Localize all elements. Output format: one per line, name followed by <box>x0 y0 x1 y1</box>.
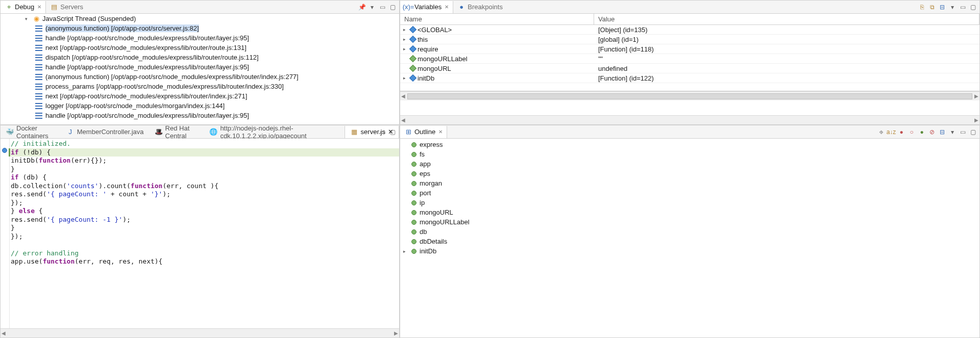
stack-frame[interactable]: handle [/opt/app-root/src/node_modules/e… <box>1 33 399 43</box>
scroll-right-icon[interactable]: ▶ <box>394 330 398 336</box>
thread-row[interactable]: ▾ ◉ JavaScript Thread (Suspended) <box>1 14 399 23</box>
outline-item[interactable]: port <box>400 188 979 198</box>
variable-row[interactable]: mongoURLundefined <box>400 64 979 73</box>
variables-detail-hscroll[interactable]: ◀ ▶ <box>400 115 979 124</box>
outline-item[interactable]: dbDetails <box>400 237 979 246</box>
tab-browser[interactable]: 🌐http://nodejs-nodejs.rhel-cdk.10.1.2.2.… <box>204 126 344 138</box>
chevron-right-icon[interactable]: ▸ <box>403 46 408 51</box>
code-line[interactable]: if (!db) { <box>11 148 399 157</box>
variable-row[interactable]: ▸require[Function] (id=118) <box>400 44 979 54</box>
tab-breakpoints[interactable]: ● Breakpoints <box>453 1 507 13</box>
editor-hscroll[interactable]: ◀ ▶ <box>1 328 399 337</box>
chevron-down-icon[interactable]: ▾ <box>25 16 30 21</box>
hide-nonpublic-icon[interactable]: ● <box>917 127 926 137</box>
code-line[interactable]: res.send('{ pageCount: -1 }'); <box>11 216 399 224</box>
sort-icon[interactable]: a↓z <box>887 127 896 137</box>
code-line[interactable]: // error handling <box>11 249 399 258</box>
stack-frame[interactable]: handle [/opt/app-root/src/node_modules/e… <box>1 111 399 120</box>
stack-frame[interactable]: next [/opt/app-root/src/node_modules/exp… <box>1 43 399 53</box>
variables-detail[interactable] <box>400 100 979 115</box>
maximize-icon[interactable]: ▢ <box>968 127 977 137</box>
variable-row[interactable]: ▸initDb[Function] (id=122) <box>400 73 979 83</box>
tab-debug[interactable]: ⌖ Debug ✕ <box>1 1 46 13</box>
hide-fields-icon[interactable]: ● <box>897 127 906 137</box>
minimize-icon[interactable]: ▭ <box>958 3 967 12</box>
close-icon[interactable]: ✕ <box>37 4 41 10</box>
scroll-left-icon[interactable]: ◀ <box>401 117 405 123</box>
scroll-right-icon[interactable]: ▶ <box>974 93 978 99</box>
variable-row[interactable]: ▸<GLOBAL>[Object] (id=135) <box>400 25 979 35</box>
outline-item[interactable]: fs <box>400 149 979 159</box>
chevron-right-icon[interactable]: ▸ <box>403 75 408 81</box>
variable-row[interactable]: mongoURLLabel"" <box>400 54 979 64</box>
hide-local-icon[interactable]: ⊘ <box>927 127 937 137</box>
close-icon[interactable]: ✕ <box>445 4 449 10</box>
stack-frame[interactable]: logger [/opt/app-root/src/node_modules/m… <box>1 101 399 111</box>
show-logical-icon[interactable]: ⧉ <box>927 3 937 12</box>
code-line[interactable]: }); <box>11 199 399 207</box>
chevron-right-icon[interactable]: ▸ <box>403 27 408 32</box>
code-line[interactable]: } else { <box>11 207 399 216</box>
outline-item[interactable]: db <box>400 227 979 237</box>
outline-item[interactable]: morgan <box>400 178 979 188</box>
outline-item[interactable]: ▸initDb <box>400 246 979 256</box>
tab-variables[interactable]: (x)= Variables ✕ <box>400 1 453 13</box>
outline-item[interactable]: mongoURL <box>400 207 979 217</box>
outline-tree[interactable]: expressfsappepsmorganportipmongoURLmongo… <box>400 139 979 337</box>
stack-frame[interactable]: handle [/opt/app-root/src/node_modules/e… <box>1 62 399 72</box>
col-value[interactable]: Value <box>594 14 979 24</box>
variables-hscroll[interactable]: ◀ ▶ <box>400 91 979 100</box>
chevron-right-icon[interactable]: ▸ <box>403 249 408 254</box>
variable-row[interactable]: ▸this[global] (id=1) <box>400 35 979 44</box>
view-menu-icon[interactable]: ▾ <box>368 3 377 12</box>
pin-icon[interactable]: 📌 <box>357 3 366 12</box>
tab-redhat[interactable]: 🎩Red Hat Central <box>150 126 205 138</box>
stack-frame[interactable]: dispatch [/opt/app-root/src/node_modules… <box>1 53 399 62</box>
debug-tree[interactable]: ▾ ◉ JavaScript Thread (Suspended) (anony… <box>1 14 399 124</box>
collapse-icon[interactable]: ⊟ <box>938 127 947 137</box>
tab-outline[interactable]: ⊞ Outline ✕ <box>400 126 447 138</box>
outline-item[interactable]: ip <box>400 198 979 207</box>
code-line[interactable]: }); <box>11 232 399 241</box>
outline-item[interactable]: express <box>400 140 979 149</box>
stack-frame[interactable]: process_params [/opt/app-root/src/node_m… <box>1 82 399 91</box>
minimize-icon[interactable]: ▭ <box>378 127 387 137</box>
variables-body[interactable]: ▸<GLOBAL>[Object] (id=135)▸this[global] … <box>400 25 979 91</box>
code-line[interactable]: } <box>11 224 399 232</box>
minimize-icon[interactable]: ▭ <box>958 127 967 137</box>
minimize-icon[interactable]: ▭ <box>378 3 387 12</box>
scroll-right-icon[interactable]: ▶ <box>974 117 978 123</box>
code-editor[interactable]: // initialized. if (!db) { initDb(functi… <box>1 139 399 328</box>
stack-frame[interactable]: next [/opt/app-root/src/node_modules/exp… <box>1 91 399 101</box>
collapse-icon[interactable]: ⊟ <box>938 3 947 12</box>
scroll-left-icon[interactable]: ◀ <box>401 93 405 99</box>
focus-icon[interactable]: ⎆ <box>876 127 886 137</box>
outline-item[interactable]: app <box>400 159 979 169</box>
col-name[interactable]: Name <box>400 14 594 24</box>
code-line[interactable]: initDb(function(err){}); <box>11 157 399 165</box>
tab-servers[interactable]: ▤ Servers <box>46 1 88 13</box>
outline-item[interactable]: mongoURLLabel <box>400 217 979 227</box>
chevron-right-icon[interactable]: ▸ <box>403 37 408 42</box>
tab-docker[interactable]: 🐳Docker Containers <box>1 126 61 138</box>
maximize-icon[interactable]: ▢ <box>388 3 397 12</box>
maximize-icon[interactable]: ▢ <box>388 127 397 137</box>
stack-frame[interactable]: (anonymous function) [/opt/app-root/src/… <box>1 72 399 82</box>
show-type-icon[interactable]: ⎘ <box>917 3 926 12</box>
code-line[interactable]: if (db) { <box>11 173 399 182</box>
code-line[interactable]: res.send('{ pageCount: ' + count + '}'); <box>11 190 399 199</box>
code-line[interactable]: // initialized. <box>11 140 399 148</box>
code-line[interactable]: app.use(function(err, req, res, next){ <box>11 257 399 266</box>
maximize-icon[interactable]: ▢ <box>968 3 977 12</box>
hide-static-icon[interactable]: ○ <box>907 127 916 137</box>
outline-item[interactable]: eps <box>400 169 979 178</box>
code-line[interactable]: } <box>11 165 399 174</box>
tab-java[interactable]: JMemberController.java <box>61 126 150 138</box>
view-menu-icon[interactable]: ▾ <box>948 127 957 137</box>
scroll-left-icon[interactable]: ◀ <box>2 330 6 336</box>
stack-frame[interactable]: (anonymous function) [/opt/app-root/src/… <box>1 23 399 33</box>
scroll-track[interactable] <box>407 93 972 99</box>
code-line[interactable] <box>11 241 399 249</box>
close-icon[interactable]: ✕ <box>438 129 443 135</box>
code-line[interactable]: db.collection('counts').count(function(e… <box>11 182 399 191</box>
